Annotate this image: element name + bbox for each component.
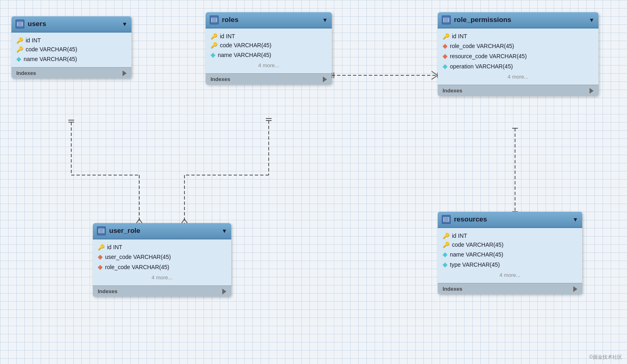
users-table-body: 🔑 id INT 🔑 code VARCHAR(45) ◆ name VARCH… (11, 33, 132, 67)
more-fields: 4 more... (98, 272, 226, 282)
field-text: id INT (452, 232, 467, 239)
table-row: 🔑 code VARCHAR(45) (443, 240, 577, 249)
user-role-body: 🔑 id INT ◆ user_code VARCHAR(45) ◆ role_… (93, 239, 231, 285)
users-table-header: users ▼ (11, 16, 132, 33)
field-text: resource_code VARCHAR(45) (450, 53, 527, 59)
roles-dropdown-icon[interactable]: ▼ (322, 17, 328, 23)
table-row: 🔑 code VARCHAR(45) (210, 41, 327, 50)
roles-table-footer[interactable]: Indexes (206, 73, 332, 85)
table-row: ◆ role_code VARCHAR(45) (98, 262, 226, 272)
field-text: id INT (220, 33, 235, 39)
roles-table-title: roles (222, 16, 239, 24)
table-row: ◆ name VARCHAR(45) (443, 249, 577, 259)
role-permissions-body: 🔑 id INT ◆ role_code VARCHAR(45) ◆ resou… (438, 29, 598, 85)
field-text: user_code VARCHAR(45) (105, 254, 171, 260)
indexes-label: Indexes (443, 286, 462, 292)
table-icon (442, 215, 451, 224)
watermark: ©掘金技术社区 (589, 354, 622, 361)
field-text: id INT (452, 33, 467, 39)
table-icon (97, 226, 106, 235)
more-fields: 4 more... (210, 60, 327, 70)
indexes-label: Indexes (210, 76, 230, 82)
field-text: code VARCHAR(45) (26, 46, 77, 53)
users-table-title: users (28, 20, 46, 28)
field-text: id INT (26, 37, 41, 44)
table-row: ◆ resource_code VARCHAR(45) (443, 51, 594, 61)
user-role-dropdown-icon[interactable]: ▼ (221, 228, 227, 234)
roles-table-header: roles ▼ (206, 12, 332, 29)
user-role-header: user_role ▼ (93, 223, 231, 239)
user-role-footer[interactable]: Indexes (93, 285, 231, 297)
role-permissions-footer[interactable]: Indexes (438, 85, 598, 96)
resources-header: resources ▼ (438, 212, 582, 228)
field-text: type VARCHAR(45) (450, 261, 500, 268)
table-icon (210, 15, 219, 24)
table-row: ◆ user_code VARCHAR(45) (98, 252, 226, 262)
field-text: id INT (107, 244, 122, 250)
role-permissions-title: role_permissions (454, 16, 511, 24)
field-text: role_code VARCHAR(45) (105, 264, 169, 270)
table-row: 🔑 id INT (16, 36, 127, 45)
resources-table: resources ▼ 🔑 id INT 🔑 code VARCHAR(45) … (438, 212, 582, 294)
role-permissions-table: role_permissions ▼ 🔑 id INT ◆ role_code … (438, 12, 598, 96)
field-text: name VARCHAR(45) (218, 52, 271, 58)
resources-body: 🔑 id INT 🔑 code VARCHAR(45) ◆ name VARCH… (438, 228, 582, 283)
table-row: ◆ type VARCHAR(45) (443, 259, 577, 270)
role-permissions-dropdown-icon[interactable]: ▼ (589, 17, 594, 23)
user-role-table: user_role ▼ 🔑 id INT ◆ user_code VARCHAR… (93, 223, 231, 297)
field-text: role_code VARCHAR(45) (450, 43, 514, 49)
table-icon (15, 20, 24, 29)
field-text: operation VARCHAR(45) (450, 63, 513, 70)
table-row: ◆ name VARCHAR(45) (210, 50, 327, 60)
user-role-title: user_role (109, 227, 140, 235)
roles-table-body: 🔑 id INT 🔑 code VARCHAR(45) ◆ name VARCH… (206, 29, 332, 73)
field-text: code VARCHAR(45) (452, 241, 504, 248)
role-permissions-header: role_permissions ▼ (438, 12, 598, 29)
roles-table: roles ▼ 🔑 id INT 🔑 code VARCHAR(45) ◆ na… (206, 12, 332, 85)
table-row: 🔑 id INT (443, 231, 577, 240)
table-row: 🔑 id INT (443, 32, 594, 41)
field-text: code VARCHAR(45) (220, 42, 272, 48)
indexes-arrow (590, 88, 594, 94)
field-text: name VARCHAR(45) (450, 251, 503, 258)
indexes-label: Indexes (443, 88, 462, 94)
indexes-arrow (573, 286, 577, 292)
indexes-arrow (222, 289, 226, 294)
indexes-label: Indexes (98, 288, 117, 294)
indexes-arrow (323, 77, 327, 82)
more-fields: 4 more... (443, 71, 594, 81)
svg-line-21 (432, 75, 438, 79)
table-row: ◆ operation VARCHAR(45) (443, 61, 594, 71)
field-text: name VARCHAR(45) (24, 56, 77, 62)
svg-line-20 (432, 71, 438, 75)
indexes-arrow (123, 70, 127, 76)
table-row: ◆ name VARCHAR(45) (16, 54, 127, 64)
table-row: 🔑 code VARCHAR(45) (16, 45, 127, 54)
table-row: ◆ role_code VARCHAR(45) (443, 41, 594, 51)
resources-footer[interactable]: Indexes (438, 283, 582, 294)
resources-dropdown-icon[interactable]: ▼ (572, 216, 578, 223)
table-row: 🔑 id INT (98, 243, 226, 252)
resources-title: resources (454, 215, 487, 224)
table-icon (442, 15, 451, 24)
table-row: 🔑 id INT (210, 32, 327, 41)
more-fields: 4 more... (443, 270, 577, 280)
users-dropdown-icon[interactable]: ▼ (122, 21, 127, 27)
indexes-label: Indexes (16, 70, 36, 76)
users-table: users ▼ 🔑 id INT 🔑 code VARCHAR(45) ◆ na… (11, 16, 132, 79)
users-table-footer[interactable]: Indexes (11, 67, 132, 79)
